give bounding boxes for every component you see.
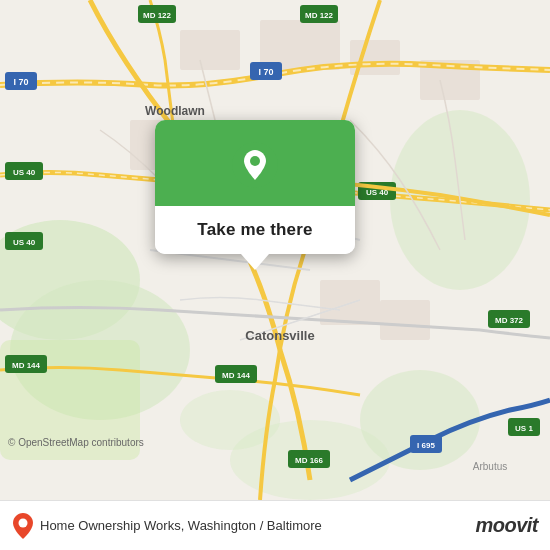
svg-text:Catonsville: Catonsville <box>245 328 314 343</box>
svg-rect-14 <box>380 300 430 340</box>
svg-text:Woodlawn: Woodlawn <box>145 104 205 118</box>
svg-text:I 70: I 70 <box>13 77 28 87</box>
take-me-there-button[interactable]: Take me there <box>155 206 355 254</box>
svg-text:MD 166: MD 166 <box>295 456 324 465</box>
osm-attribution: © OpenStreetMap contributors <box>8 437 144 448</box>
svg-text:US 40: US 40 <box>13 238 36 247</box>
moovit-wordmark: moovit <box>475 514 538 537</box>
svg-text:MD 144: MD 144 <box>12 361 41 370</box>
svg-rect-8 <box>180 30 240 70</box>
svg-point-45 <box>250 156 260 166</box>
svg-text:US 40: US 40 <box>13 168 36 177</box>
footer-logo-area: Home Ownership Works, Washington / Balti… <box>12 512 467 540</box>
map-container: I 70 I 70 US 40 US 40 US 40 MD 122 MD 12… <box>0 0 550 500</box>
svg-text:MD 122: MD 122 <box>305 11 334 20</box>
svg-point-46 <box>19 518 28 527</box>
footer-bar: Home Ownership Works, Washington / Balti… <box>0 500 550 550</box>
footer-app-info: Home Ownership Works, Washington / Balti… <box>40 518 322 533</box>
svg-rect-13 <box>320 280 380 325</box>
popup-card: Take me there <box>155 120 355 254</box>
popup-icon-area <box>155 120 355 206</box>
svg-text:I 70: I 70 <box>258 67 273 77</box>
location-pin-icon <box>232 142 278 188</box>
svg-text:MD 122: MD 122 <box>143 11 172 20</box>
moovit-logo: moovit <box>475 514 538 537</box>
osm-text: © OpenStreetMap contributors <box>8 437 144 448</box>
svg-text:MD 144: MD 144 <box>222 371 251 380</box>
svg-text:US 1: US 1 <box>515 424 533 433</box>
moovit-pin-icon <box>12 512 34 540</box>
svg-text:Arbutus: Arbutus <box>473 461 507 472</box>
svg-text:I 695: I 695 <box>417 441 435 450</box>
svg-text:MD 372: MD 372 <box>495 316 524 325</box>
